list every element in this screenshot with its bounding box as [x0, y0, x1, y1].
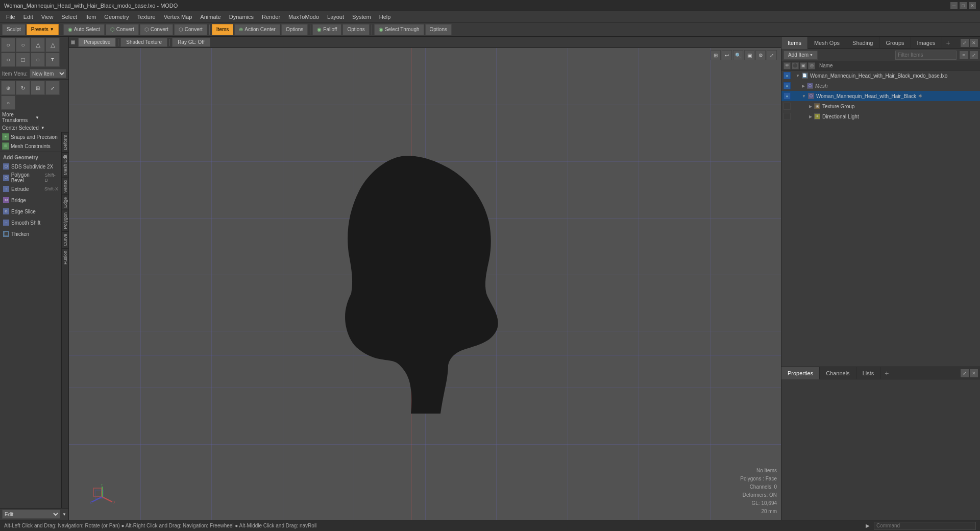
menu-maxtomodo[interactable]: MaxToModo: [284, 13, 323, 21]
props-tab-lists[interactable]: Lists: [856, 367, 881, 379]
vp-ctrl-expand[interactable]: ⤢: [767, 50, 777, 60]
props-expand-icon[interactable]: ⤢: [961, 369, 969, 377]
stretch-icon[interactable]: ⤢: [45, 81, 60, 95]
close-btn[interactable]: ✕: [969, 2, 976, 9]
menu-help[interactable]: Help: [375, 13, 395, 21]
menu-vertexmap[interactable]: Vertex Map: [160, 13, 197, 21]
tool-icon-2[interactable]: ○: [16, 38, 30, 52]
vp-ctrl-3[interactable]: ▣: [744, 50, 754, 60]
tree-item-light[interactable]: ▶ ☀ Directional Light: [781, 111, 980, 122]
vtab-vertex[interactable]: Vertex: [62, 177, 68, 195]
bridge-item[interactable]: ⋈ Bridge: [0, 195, 61, 206]
tool-icon-5[interactable]: ○: [1, 53, 15, 67]
menu-layout[interactable]: Layout: [323, 13, 348, 21]
options2-button[interactable]: Options: [342, 24, 369, 35]
tool-icon-6[interactable]: □: [16, 53, 30, 67]
menu-system[interactable]: System: [348, 13, 375, 21]
center-selected-row[interactable]: Center Selected ▼: [0, 124, 68, 132]
tree-eye-woman[interactable]: ●: [783, 92, 791, 100]
mesh-constraints-row[interactable]: ⊞ Mesh Constraints: [0, 141, 61, 151]
vtab-mesh-edit[interactable]: Mesh Edit: [62, 152, 68, 177]
tab-mesh-ops[interactable]: Mesh Ops: [808, 37, 846, 49]
vtab-curve[interactable]: Curve: [62, 231, 68, 248]
vtab-fusion[interactable]: Fusion: [62, 248, 68, 267]
filter-items-input[interactable]: [895, 51, 957, 60]
tab-images[interactable]: Images: [911, 37, 942, 49]
menu-geometry[interactable]: Geometry: [100, 13, 133, 21]
falloff-button[interactable]: ◉ Falloff: [312, 24, 341, 35]
action-center-button[interactable]: ⊕ Action Center: [234, 24, 280, 35]
props-tab-properties[interactable]: Properties: [781, 367, 820, 379]
options1-button[interactable]: Options: [281, 24, 308, 35]
window-controls[interactable]: ─ □ ✕: [950, 2, 976, 9]
tree-item-mesh[interactable]: ● ▶ ⬡ Mesh: [781, 81, 980, 91]
menu-render[interactable]: Render: [258, 13, 284, 21]
props-tab-add[interactable]: +: [880, 367, 893, 379]
tree-item-texture[interactable]: ▶ ▣ Texture Group: [781, 101, 980, 111]
rotate-icon[interactable]: ↻: [16, 81, 30, 95]
tool-icon-7[interactable]: ○: [31, 53, 45, 67]
options3-button[interactable]: Options: [425, 24, 452, 35]
menu-file[interactable]: File: [2, 13, 19, 21]
tab-items[interactable]: Items: [781, 37, 808, 49]
thicken-item[interactable]: ⬛ Thicken: [0, 228, 61, 239]
snaps-row[interactable]: ✦ Snaps and Precision: [0, 132, 61, 141]
restore-btn[interactable]: □: [960, 2, 967, 9]
props-close-icon[interactable]: ✕: [970, 369, 978, 377]
convert1-button[interactable]: ⬡ Convert: [106, 24, 139, 35]
tree-item-woman[interactable]: ● ▼ ⬡ Woman_Mannequin_Head_with_Hair_Bla…: [781, 91, 980, 101]
menu-texture[interactable]: Texture: [133, 13, 160, 21]
extra-icon[interactable]: ○: [1, 95, 15, 110]
edge-slice-item[interactable]: ⊘ Edge Slice: [0, 206, 61, 217]
viewport-canvas[interactable]: ⊞ ↩ 🔍 ▣ ⚙ ⤢ X Y Z: [69, 48, 781, 520]
items-filter-icon[interactable]: ≡: [960, 51, 968, 59]
rp-ctrl-close[interactable]: ✕: [970, 39, 978, 47]
sculpt-button[interactable]: Sculpt: [2, 24, 26, 35]
edit-dropdown-arrow[interactable]: ▼: [62, 512, 66, 517]
col-icon-render[interactable]: ▣: [800, 62, 807, 69]
vp-ctrl-settings[interactable]: ⚙: [755, 50, 766, 60]
items-button[interactable]: Items: [212, 24, 233, 35]
viewport-tab-raygl[interactable]: Ray GL: Off: [172, 38, 210, 47]
tree-eye-mesh[interactable]: ●: [783, 82, 791, 89]
menu-select[interactable]: Select: [57, 13, 81, 21]
minimize-btn[interactable]: ─: [950, 2, 958, 9]
extrude-item[interactable]: ↑ Extrude Shift-X: [0, 183, 61, 195]
auto-select-button[interactable]: ◉ Auto Select: [63, 24, 105, 35]
vtab-edge[interactable]: Edge: [62, 195, 68, 210]
tool-icon-4[interactable]: △: [45, 38, 60, 52]
add-item-button[interactable]: Add Item ▼: [783, 51, 818, 60]
tree-item-scene[interactable]: ● ▼ 📄 Woman_Mannequin_Head_with_Hair_Bla…: [781, 70, 980, 81]
props-tab-channels[interactable]: Channels: [820, 367, 856, 379]
more-transforms-row[interactable]: More Transforms ▼: [0, 111, 68, 124]
vp-ctrl-2[interactable]: ↩: [722, 50, 732, 60]
menu-item[interactable]: Item: [81, 13, 100, 21]
menu-view[interactable]: View: [37, 13, 58, 21]
col-icon-eye[interactable]: 👁: [783, 62, 791, 69]
tab-groups[interactable]: Groups: [879, 37, 911, 49]
tool-icon-1[interactable]: ○: [1, 38, 15, 52]
presets-button[interactable]: Presets ▼: [27, 24, 59, 35]
tree-eye-scene[interactable]: ●: [783, 72, 791, 79]
tool-icon-3[interactable]: △: [31, 38, 45, 52]
menu-edit[interactable]: Edit: [19, 13, 37, 21]
viewport-settings-icon[interactable]: [71, 40, 75, 44]
move-icon[interactable]: ⊕: [1, 81, 15, 95]
col-icon-ref[interactable]: ◎: [808, 62, 815, 69]
command-input[interactable]: [874, 522, 976, 530]
tab-shading[interactable]: Shading: [846, 37, 879, 49]
item-menu-select[interactable]: New Item: [30, 69, 66, 78]
viewport-tab-shaded[interactable]: Shaded Texture: [120, 38, 167, 47]
edit-select[interactable]: Edit: [2, 510, 60, 519]
tab-add-button[interactable]: +: [942, 37, 954, 49]
viewport-tab-perspective[interactable]: Perspective: [78, 38, 116, 47]
sds-subdivide-item[interactable]: ⬡ SDS Subdivide 2X: [0, 161, 61, 172]
vtab-polygon[interactable]: Polygon: [62, 210, 68, 231]
convert3-button[interactable]: ⬡ Convert: [174, 24, 207, 35]
polygon-bevel-item[interactable]: ⬡ Polygon Bevel Shift-B: [0, 172, 61, 183]
vp-ctrl-search[interactable]: 🔍: [733, 50, 743, 60]
tool-icon-8[interactable]: T: [45, 53, 60, 67]
select-through-button[interactable]: ◉ Select Through: [374, 24, 424, 35]
vp-ctrl-1[interactable]: ⊞: [710, 50, 721, 60]
menu-dynamics[interactable]: Dynamics: [225, 13, 258, 21]
